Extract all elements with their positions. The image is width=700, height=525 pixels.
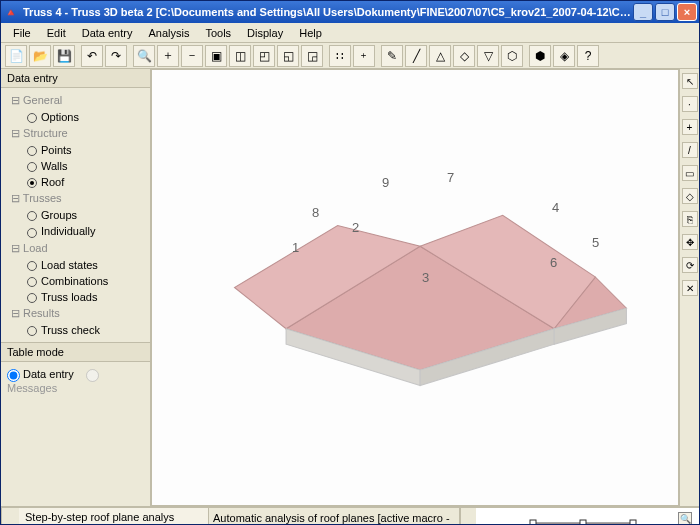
sidebar-tree: ⊟ GeneralOptions⊟ StructurePointsWallsRo…	[1, 88, 150, 342]
toolbar-view3-icon[interactable]: ◱	[277, 45, 299, 67]
main-toolbar: 📄 📂 💾 ↶ ↷ 🔍 ＋ － ▣ ◫ ◰ ◱ ◲ ∷ ﹢ ✎ ╱ △ ◇ ▽ …	[1, 43, 699, 69]
table-mode-data-entry[interactable]: Data entry	[7, 368, 74, 380]
tree-category[interactable]: ⊟ Structure	[7, 125, 144, 142]
toolbar-help-icon[interactable]: ?	[577, 45, 599, 67]
preview-tab[interactable]: Preview	[460, 508, 476, 525]
toolbar-zoomout-icon[interactable]: －	[181, 45, 203, 67]
window-title: Truss 4 - Truss 3D beta 2 [C:\Documents …	[23, 6, 633, 18]
toolbar-snap-icon[interactable]: ﹢	[353, 45, 375, 67]
menu-file[interactable]: File	[5, 25, 39, 41]
toolbar-zoomin-icon[interactable]: ＋	[157, 45, 179, 67]
toolbar-tool4-icon[interactable]: ◇	[453, 45, 475, 67]
maximize-button[interactable]: □	[655, 3, 675, 21]
svg-rect-14	[530, 520, 536, 525]
preview-pane: Preview 🔍 ▣ xy	[459, 508, 699, 525]
tree-item[interactable]: Truss loads	[7, 289, 144, 305]
close-button[interactable]: ×	[677, 3, 697, 21]
app-icon: 🔺	[3, 4, 19, 20]
bottom-tab[interactable]: Data entry - roof planes	[1, 508, 19, 525]
toolbar-fit-icon[interactable]: ▣	[205, 45, 227, 67]
step-header: Step-by-step roof plane analys	[19, 508, 208, 525]
menu-data-entry[interactable]: Data entry	[74, 25, 141, 41]
vp-tool-line-icon[interactable]: /	[682, 142, 698, 158]
toolbar-view2-icon[interactable]: ◰	[253, 45, 275, 67]
tree-item[interactable]: Groups	[7, 207, 144, 223]
vp-tool-rot-icon[interactable]: ⟳	[682, 257, 698, 273]
tree-item[interactable]: Points	[7, 142, 144, 158]
toolbar-tool1-icon[interactable]: ✎	[381, 45, 403, 67]
sidebar-title: Data entry	[1, 69, 150, 88]
toolbar-redo-icon[interactable]: ↷	[105, 45, 127, 67]
vp-tool-plus-icon[interactable]: +	[682, 119, 698, 135]
tree-category[interactable]: ⊟ Results	[7, 305, 144, 322]
toolbar-open-icon[interactable]: 📂	[29, 45, 51, 67]
tree-category[interactable]: ⊟ General	[7, 92, 144, 109]
menu-bar: File Edit Data entry Analysis Tools Disp…	[1, 23, 699, 43]
svg-rect-15	[580, 520, 586, 525]
toolbar-tool6-icon[interactable]: ⬡	[501, 45, 523, 67]
vp-tool-arrow-icon[interactable]: ↖	[682, 73, 698, 89]
tree-category[interactable]: ⊟ Load	[7, 240, 144, 257]
roof-label-5: 5	[592, 235, 599, 250]
toolbar-3d2-icon[interactable]: ◈	[553, 45, 575, 67]
window-titlebar: 🔺 Truss 4 - Truss 3D beta 2 [C:\Document…	[1, 1, 699, 23]
toolbar-3d-icon[interactable]: ⬢	[529, 45, 551, 67]
toolbar-tool5-icon[interactable]: ▽	[477, 45, 499, 67]
vp-tool-poly-icon[interactable]: ◇	[682, 188, 698, 204]
roof-label-9: 9	[382, 175, 389, 190]
roof-label-2: 2	[352, 220, 359, 235]
roof-label-1: 1	[292, 240, 299, 255]
svg-rect-16	[630, 520, 636, 525]
tree-category[interactable]: ⊟ Trusses	[7, 190, 144, 207]
tree-item[interactable]: Roof	[7, 174, 144, 190]
tree-item[interactable]: Options	[7, 109, 144, 125]
vp-tool-del-icon[interactable]: ✕	[682, 280, 698, 296]
table-mode-title: Table mode	[1, 343, 150, 362]
roof-label-6: 6	[550, 255, 557, 270]
preview-zoom-icon[interactable]: 🔍	[678, 512, 692, 525]
menu-tools[interactable]: Tools	[197, 25, 239, 41]
toolbar-tool2-icon[interactable]: ╱	[405, 45, 427, 67]
3d-viewport[interactable]: 9 8 7 2 1 3 4 5 6	[151, 69, 679, 506]
toolbar-view4-icon[interactable]: ◲	[301, 45, 323, 67]
roof-label-3: 3	[422, 270, 429, 285]
vp-tool-point-icon[interactable]: ·	[682, 96, 698, 112]
toolbar-save-icon[interactable]: 💾	[53, 45, 75, 67]
toolbar-view1-icon[interactable]: ◫	[229, 45, 251, 67]
roof-label-7: 7	[447, 170, 454, 185]
menu-display[interactable]: Display	[239, 25, 291, 41]
vp-tool-copy-icon[interactable]: ⎘	[682, 211, 698, 227]
menu-help[interactable]: Help	[291, 25, 330, 41]
vp-tool-rect-icon[interactable]: ▭	[682, 165, 698, 181]
tree-item[interactable]: Walls	[7, 158, 144, 174]
roof-label-4: 4	[552, 200, 559, 215]
minimize-button[interactable]: _	[633, 3, 653, 21]
tree-item[interactable]: Combinations	[7, 273, 144, 289]
tree-item[interactable]: Individually	[7, 223, 144, 239]
tree-item[interactable]: Load states	[7, 257, 144, 273]
vp-tool-move-icon[interactable]: ✥	[682, 234, 698, 250]
sidebar: Data entry ⊟ GeneralOptions⊟ StructurePo…	[1, 69, 151, 506]
tree-item[interactable]: Truss check	[7, 322, 144, 338]
toolbar-tool3-icon[interactable]: △	[429, 45, 451, 67]
toolbar-points-icon[interactable]: ∷	[329, 45, 351, 67]
viewport-side-toolbar: ↖ · + / ▭ ◇ ⎘ ✥ ⟳ ✕	[679, 69, 699, 506]
toolbar-undo-icon[interactable]: ↶	[81, 45, 103, 67]
toolbar-zoom-icon[interactable]: 🔍	[133, 45, 155, 67]
roof-label-8: 8	[312, 205, 319, 220]
menu-analysis[interactable]: Analysis	[140, 25, 197, 41]
auto-analysis-header: Automatic analysis of roof planes [activ…	[213, 512, 455, 525]
menu-edit[interactable]: Edit	[39, 25, 74, 41]
toolbar-new-icon[interactable]: 📄	[5, 45, 27, 67]
